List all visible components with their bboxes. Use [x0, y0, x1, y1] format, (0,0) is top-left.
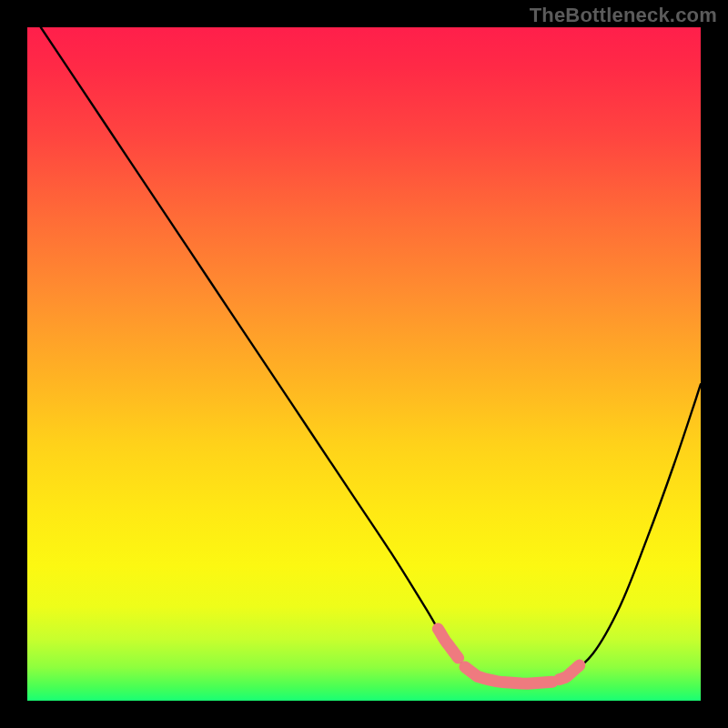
- plot-area: [27, 27, 701, 701]
- curve-layer: [27, 27, 701, 701]
- pink-segment: [465, 667, 552, 683]
- pink-segment: [438, 629, 458, 658]
- bottleneck-curve: [41, 27, 701, 684]
- chart-frame: TheBottleneck.com: [0, 0, 728, 728]
- optimal-range-marker: [438, 629, 579, 683]
- watermark-text: TheBottleneck.com: [530, 4, 717, 27]
- pink-segment: [560, 665, 580, 680]
